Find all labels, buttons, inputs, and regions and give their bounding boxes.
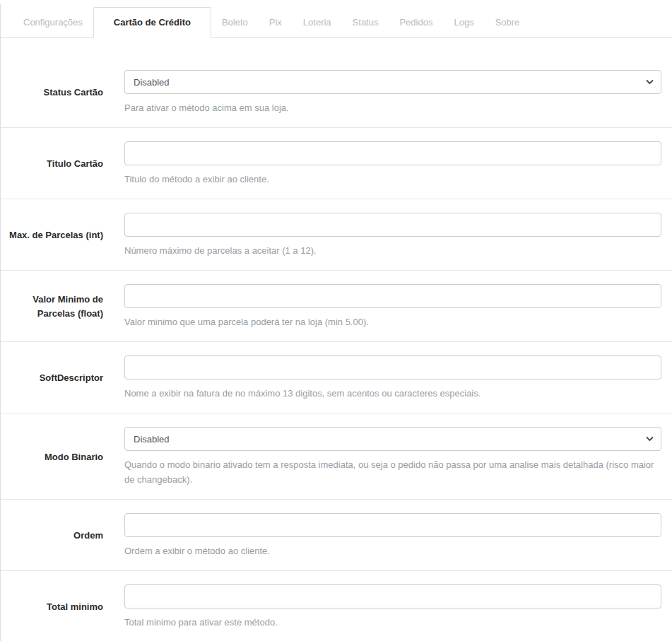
- tab-cartao-de-credito[interactable]: Cartão de Crédito: [93, 7, 211, 38]
- modo-binario-label: Modo Binario: [45, 450, 103, 464]
- form-row-total-minimo: Total minimo Total minimo para ativar es…: [1, 571, 672, 641]
- form-row-modo-binario: Modo Binario Disabled Quando o modo bina…: [1, 413, 672, 500]
- valor-minimo-de-parcelas-label: Valor Minimo de Parcelas (float): [1, 293, 103, 321]
- tab-boleto[interactable]: Boleto: [211, 7, 259, 38]
- modo-binario-select[interactable]: Disabled: [124, 427, 661, 451]
- ordem-input[interactable]: [124, 513, 661, 537]
- tab-pedidos[interactable]: Pedidos: [389, 7, 443, 38]
- status-cartao-select-wrap: Disabled: [124, 70, 661, 94]
- tab-bar: ConfiguraçõesCartão de CréditoBoletoPixL…: [1, 4, 672, 38]
- valor-minimo-de-parcelas-help-text: Valor minimo que uma parcela poderá ter …: [124, 314, 661, 329]
- ordem-label: Ordem: [73, 529, 103, 543]
- tab-configuracoes[interactable]: Configurações: [13, 7, 93, 38]
- tab-label: Status: [353, 17, 379, 28]
- status-cartao-label: Status Cartão: [43, 86, 103, 100]
- settings-panel: ConfiguraçõesCartão de CréditoBoletoPixL…: [0, 4, 672, 641]
- form-row-valor-minimo-de-parcelas: Valor Minimo de Parcelas (float) Valor m…: [1, 271, 672, 342]
- max-de-parcelas-label: Max. de Parcelas (int): [9, 228, 103, 242]
- tab-label: Pedidos: [399, 17, 432, 28]
- total-minimo-input[interactable]: [124, 584, 661, 608]
- total-minimo-label: Total minimo: [47, 600, 103, 614]
- tab-status[interactable]: Status: [342, 7, 389, 38]
- form-row-titulo-cartao: Titulo Cartão Titulo do método a exibir …: [1, 128, 672, 199]
- softdescriptor-input[interactable]: [124, 355, 661, 380]
- tab-content: Status Cartão Disabled Para ativar o mét…: [1, 38, 672, 641]
- tab-pix[interactable]: Pix: [259, 7, 293, 38]
- form-row-status-cartao: Status Cartão Disabled Para ativar o mét…: [1, 57, 672, 128]
- modo-binario-help-text: Quando o modo binario ativado tem a resp…: [124, 457, 661, 487]
- titulo-cartao-label: Titulo Cartão: [47, 157, 103, 171]
- tab-label: Boleto: [222, 17, 248, 28]
- settings-form: Status Cartão Disabled Para ativar o mét…: [1, 57, 672, 641]
- tab-label: Logs: [454, 17, 473, 28]
- max-de-parcelas-input[interactable]: [124, 213, 661, 237]
- form-row-ordem: Ordem Ordem a exibir o método ao cliente…: [1, 500, 672, 571]
- titulo-cartao-help-text: Titulo do método a exibir ao cliente.: [124, 172, 661, 187]
- form-row-softdescriptor: SoftDescriptor Nome a exibir na fatura d…: [1, 342, 672, 413]
- tab-label: Sobre: [495, 17, 520, 28]
- total-minimo-help-text: Total minimo para ativar este método.: [124, 615, 661, 630]
- tab-label: Configurações: [23, 17, 83, 28]
- tab-label: Cartão de Crédito: [114, 17, 191, 28]
- tab-sobre[interactable]: Sobre: [485, 7, 531, 38]
- form-row-max-de-parcelas: Max. de Parcelas (int) Número máximo de …: [1, 199, 672, 271]
- max-de-parcelas-help-text: Número máximo de parcelas a aceitar (1 a…: [124, 243, 661, 258]
- valor-minimo-de-parcelas-input[interactable]: [124, 284, 661, 308]
- softdescriptor-help-text: Nome a exibir na fatura de no máximo 13 …: [124, 386, 661, 401]
- status-cartao-help-text: Para ativar o método acima em sua loja.: [124, 100, 661, 115]
- tab-label: Pix: [269, 17, 282, 28]
- titulo-cartao-input[interactable]: [124, 141, 661, 165]
- tab-label: Loteria: [303, 17, 331, 28]
- tab-list: ConfiguraçõesCartão de CréditoBoletoPixL…: [13, 7, 530, 37]
- tab-loteria[interactable]: Loteria: [293, 7, 342, 38]
- status-cartao-select[interactable]: Disabled: [124, 70, 661, 94]
- tab-logs[interactable]: Logs: [443, 7, 484, 38]
- ordem-help-text: Ordem a exibir o método ao cliente.: [124, 543, 661, 558]
- softdescriptor-label: SoftDescriptor: [40, 371, 103, 385]
- modo-binario-select-wrap: Disabled: [124, 427, 661, 451]
